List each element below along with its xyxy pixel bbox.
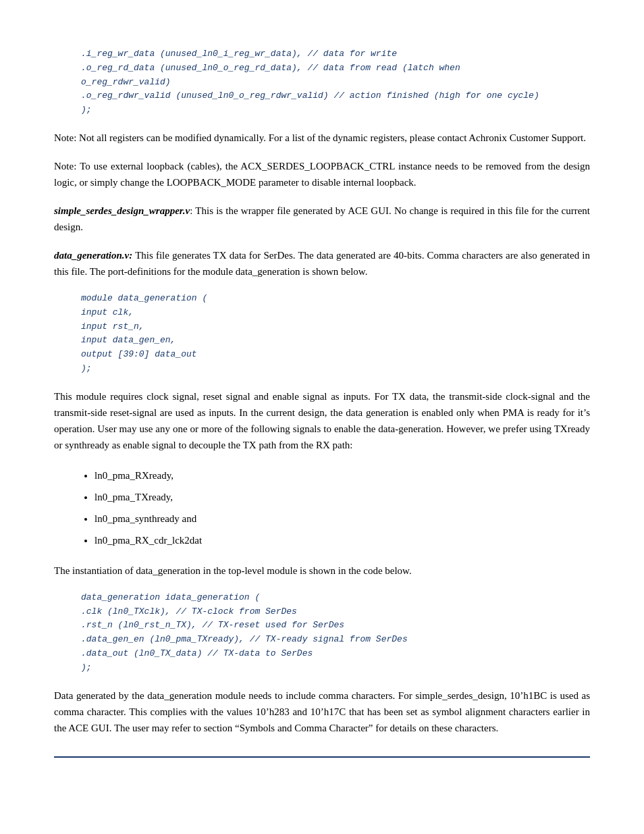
code-block-top: .i_reg_wr_data (unused_ln0_i_reg_wr_data…	[81, 47, 590, 118]
code-line-5: );	[81, 103, 590, 118]
list-item-rxready: ln0_pma_RXready,	[95, 465, 590, 486]
data-gen-label: data_generation.v:	[54, 250, 132, 261]
page-content: .i_reg_wr_data (unused_ln0_i_reg_wr_data…	[0, 0, 644, 798]
data-gen-paragraph: data_generation.v: This file generates T…	[54, 247, 590, 280]
code-line-4: .o_reg_rdwr_valid (unused_ln0_o_reg_rdwr…	[81, 89, 590, 103]
note-paragraph-2: Note: To use external loopback (cables),…	[54, 158, 590, 190]
enable-signals-list: ln0_pma_RXready, ln0_pma_TXready, ln0_pm…	[95, 465, 590, 550]
data-gen-text: This file generates TX data for SerDes. …	[54, 250, 590, 277]
instantiation-intro: The instantiation of data_generation in …	[54, 563, 590, 579]
page-bottom-border	[54, 756, 590, 758]
inst-line-3: .rst_n (ln0_rst_n_TX), // TX-reset used …	[81, 619, 590, 633]
list-item-cdrlck: ln0_pma_RX_cdr_lck2dat	[95, 530, 590, 550]
list-item-txready: ln0_pma_TXready,	[95, 487, 590, 507]
module-description-paragraph: This module requires clock signal, reset…	[54, 388, 590, 453]
list-item-synthready: ln0_pma_synthready and	[95, 509, 590, 529]
module-line-2: input clk,	[81, 306, 590, 320]
inst-line-1: data_generation idata_generation (	[81, 591, 590, 605]
module-line-5: output [39:0] data_out	[81, 348, 590, 362]
module-line-3: input rst_n,	[81, 320, 590, 334]
code-line-3: o_reg_rdwr_valid)	[81, 76, 590, 90]
code-block-module: module data_generation ( input clk, inpu…	[81, 292, 590, 376]
module-line-6: );	[81, 362, 590, 376]
inst-line-2: .clk (ln0_TXclk), // TX-clock from SerDe…	[81, 605, 590, 619]
module-line-1: module data_generation (	[81, 292, 590, 306]
inst-line-4: .data_gen_en (ln0_pma_TXready), // TX-re…	[81, 633, 590, 647]
note-paragraph-1: Note: Not all registers can be modified …	[54, 130, 590, 146]
simple-serdes-paragraph: simple_serdes_design_wrapper.v: This is …	[54, 203, 590, 235]
module-line-4: input data_gen_en,	[81, 334, 590, 348]
inst-line-6: );	[81, 661, 590, 675]
inst-line-5: .data_out (ln0_TX_data) // TX-data to Se…	[81, 647, 590, 661]
data-gen-final-paragraph: Data generated by the data_generation mo…	[54, 687, 590, 736]
code-line-1: .i_reg_wr_data (unused_ln0_i_reg_wr_data…	[81, 47, 590, 61]
code-line-2: .o_reg_rd_data (unused_ln0_o_reg_rd_data…	[81, 61, 590, 76]
code-block-instantiation: data_generation idata_generation ( .clk …	[81, 591, 590, 675]
simple-serdes-label: simple_serdes_design_wrapper.v	[54, 205, 190, 216]
